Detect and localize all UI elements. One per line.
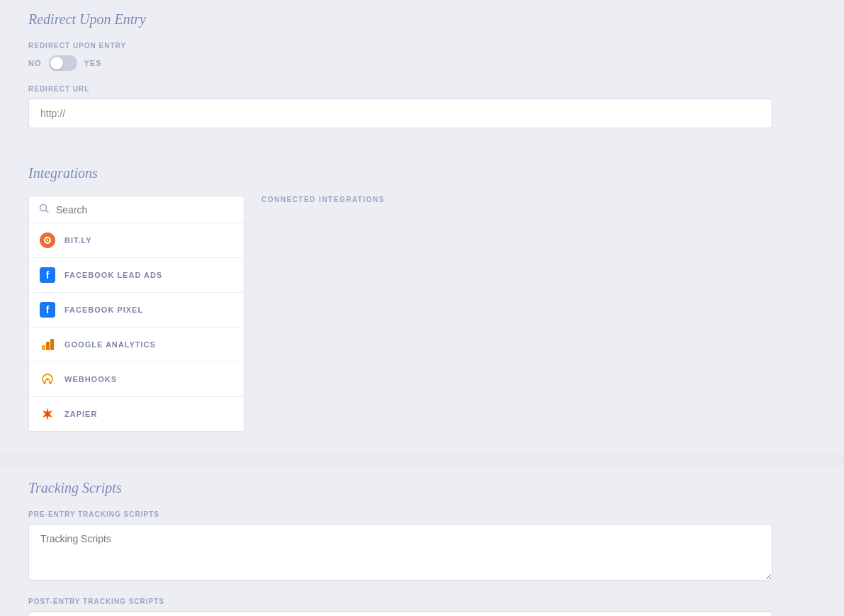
connected-integrations-label: CONNECTED INTEGRATIONS xyxy=(261,196,816,203)
pre-entry-tracking-input[interactable] xyxy=(28,524,772,581)
toggle-thumb xyxy=(50,57,63,69)
search-icon xyxy=(39,203,49,215)
integration-name-fb-lead-ads: FACEBOOK LEAD ADS xyxy=(64,271,162,279)
integration-item-zapier[interactable]: ZAPIER xyxy=(29,397,244,431)
integration-name-bitly: BIT.LY xyxy=(64,236,92,245)
google-analytics-icon xyxy=(39,336,56,353)
redirect-field-label: REDIRECT UPON ENTRY xyxy=(28,42,816,50)
integration-name-zapier: ZAPIER xyxy=(64,410,97,418)
post-entry-tracking-input[interactable] xyxy=(28,611,772,616)
search-row xyxy=(29,196,244,223)
tracking-section: Tracking Scripts PRE-ENTRY TRACKING SCRI… xyxy=(0,466,844,616)
svg-rect-6 xyxy=(46,342,50,350)
connected-panel: CONNECTED INTEGRATIONS xyxy=(244,196,816,432)
redirect-toggle[interactable] xyxy=(49,55,77,71)
integration-name-fb-pixel: FACEBOOK PIXEL xyxy=(64,306,143,314)
integrations-title: Integrations xyxy=(28,165,816,181)
tracking-title: Tracking Scripts xyxy=(28,480,816,496)
integrations-body: BIT.LY f FACEBOOK LEAD ADS f FACEBOOK PI… xyxy=(28,196,816,432)
integrations-section: Integrations xyxy=(0,151,844,454)
pre-entry-label: PRE-ENTRY TRACKING SCRIPTS xyxy=(28,510,816,518)
facebook-lead-ads-icon: f xyxy=(39,267,56,284)
svg-rect-7 xyxy=(50,339,54,350)
integration-name-google-analytics: GOOGLE ANALYTICS xyxy=(64,340,156,349)
zapier-icon xyxy=(39,405,56,422)
integration-item-fb-pixel[interactable]: f FACEBOOK PIXEL xyxy=(29,293,244,327)
toggle-yes-label: YES xyxy=(84,59,102,67)
redirect-section: Redirect Upon Entry REDIRECT UPON ENTRY … xyxy=(0,0,844,151)
redirect-url-input[interactable] xyxy=(28,99,772,128)
post-entry-label: POST-ENTRY TRACKING SCRIPTS xyxy=(28,598,816,605)
integration-item-webhooks[interactable]: WEBHOOKS xyxy=(29,362,244,397)
page-wrapper: Redirect Upon Entry REDIRECT UPON ENTRY … xyxy=(0,0,844,616)
toggle-no-label: NO xyxy=(28,59,42,67)
svg-rect-5 xyxy=(42,345,45,350)
svg-point-4 xyxy=(47,240,49,242)
bitly-icon xyxy=(39,232,56,249)
webhooks-icon xyxy=(39,371,56,388)
svg-point-10 xyxy=(46,378,49,381)
integration-item-fb-lead-ads[interactable]: f FACEBOOK LEAD ADS xyxy=(29,258,244,293)
integrations-list: BIT.LY f FACEBOOK LEAD ADS f FACEBOOK PI… xyxy=(28,196,244,432)
svg-line-1 xyxy=(46,211,49,213)
toggle-row: NO YES xyxy=(28,55,816,71)
integration-search-input[interactable] xyxy=(56,204,234,215)
integration-name-webhooks: WEBHOOKS xyxy=(64,375,117,383)
redirect-url-label: REDIRECT URL xyxy=(28,85,816,93)
facebook-pixel-icon: f xyxy=(39,301,56,318)
redirect-title: Redirect Upon Entry xyxy=(28,11,816,28)
integration-item-bitly[interactable]: BIT.LY xyxy=(29,223,244,258)
integration-item-google-analytics[interactable]: GOOGLE ANALYTICS xyxy=(29,327,244,362)
